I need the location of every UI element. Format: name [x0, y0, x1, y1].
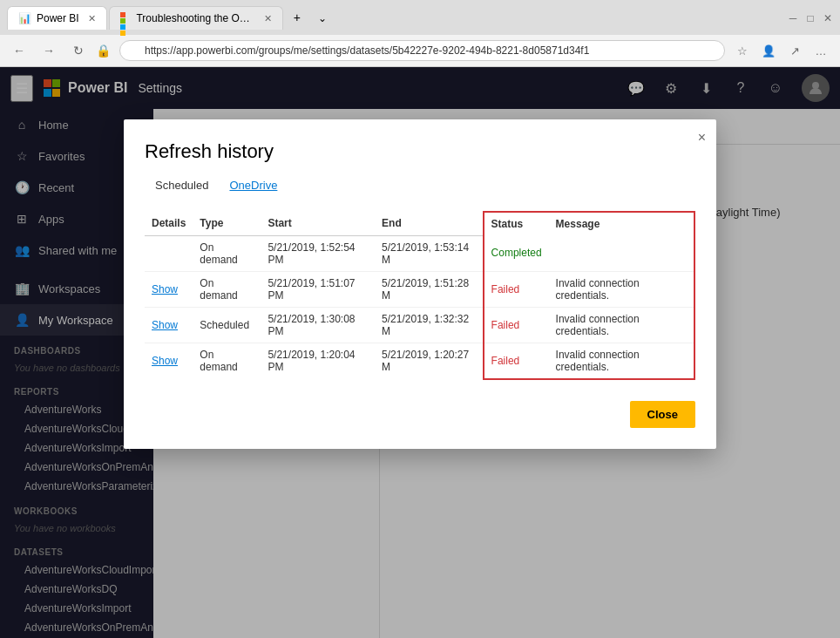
cell-message-0 [549, 235, 694, 271]
cell-start-1: 5/21/2019, 1:51:07 PM [261, 271, 375, 307]
browser-tab-1[interactable]: 📊 Power BI ✕ [7, 6, 107, 30]
cell-message-1: Invalid connection credentials. [549, 271, 694, 307]
tabs-dropdown[interactable]: ⌄ [311, 7, 334, 30]
table-row: Show On demand 5/21/2019, 1:20:04 PM 5/2… [145, 343, 694, 379]
browser-addressbar: ← → ↻ 🔒 ☆ 👤 ↗ … [0, 35, 840, 66]
cell-status-1: Failed [484, 271, 549, 307]
window-controls: ─ □ ✕ [788, 12, 833, 23]
forward-button[interactable]: → [37, 38, 61, 63]
table-row: Show On demand 5/21/2019, 1:51:07 PM 5/2… [145, 271, 694, 307]
maximize-button[interactable]: □ [805, 12, 816, 23]
cell-start-2: 5/21/2019, 1:30:08 PM [261, 307, 375, 343]
tab2-close[interactable]: ✕ [264, 13, 272, 24]
cell-status-3: Failed [484, 343, 549, 379]
cell-type-0: On demand [193, 235, 261, 271]
tab2-favicon [120, 12, 132, 24]
modal-overlay: Refresh history × Scheduled OneDrive Det… [0, 67, 840, 638]
browser-chrome: 📊 Power BI ✕ Troubleshooting the On-pr..… [0, 0, 840, 67]
col-type: Type [193, 212, 261, 235]
more-button[interactable]: … [809, 38, 833, 63]
modal-tabs: Scheduled OneDrive [145, 173, 695, 197]
col-start: Start [261, 212, 375, 235]
cell-end-3: 5/21/2019, 1:20:27 M [375, 343, 483, 379]
minimize-button[interactable]: ─ [788, 12, 798, 23]
browser-titlebar: 📊 Power BI ✕ Troubleshooting the On-pr..… [0, 0, 840, 35]
col-status: Status [484, 212, 549, 235]
close-modal-button[interactable]: Close [630, 401, 695, 428]
table-row: On demand 5/21/2019, 1:52:54 PM 5/21/201… [145, 235, 694, 271]
cell-end-0: 5/21/2019, 1:53:14 M [375, 235, 483, 271]
cell-end-1: 5/21/2019, 1:51:28 M [375, 271, 483, 307]
history-table: Details Type Start End Status Message On… [145, 211, 695, 380]
browser-tab-2[interactable]: Troubleshooting the On-pr... ✕ [109, 6, 283, 30]
address-input[interactable] [119, 40, 725, 61]
cell-message-3: Invalid connection credentials. [549, 343, 694, 379]
cell-type-1: On demand [193, 271, 261, 307]
refresh-history-modal: Refresh history × Scheduled OneDrive Det… [124, 119, 716, 449]
cell-details-1[interactable]: Show [145, 271, 193, 307]
app-container: ☰ Power BI Settings 💬 ⚙ ⬇ ? ☺ ⌂ [0, 67, 840, 638]
share-button[interactable]: ↗ [782, 38, 807, 63]
modal-footer: Close [145, 401, 695, 428]
col-details: Details [145, 212, 193, 235]
tab2-title: Troubleshooting the On-pr... [136, 12, 254, 24]
cell-status-0: Completed [484, 235, 549, 271]
status-failed-badge-1: Failed [491, 283, 520, 295]
cell-details-2[interactable]: Show [145, 307, 193, 343]
cell-type-2: Scheduled [193, 307, 261, 343]
modal-tab-onedrive[interactable]: OneDrive [219, 173, 288, 197]
lock-icon: 🔒 [96, 44, 111, 58]
refresh-button[interactable]: ↻ [66, 38, 91, 63]
cell-type-3: On demand [193, 343, 261, 379]
status-failed-badge-2: Failed [491, 319, 520, 331]
cell-status-2: Failed [484, 307, 549, 343]
browser-actions: ☆ 👤 ↗ … [730, 38, 833, 63]
modal-close-button[interactable]: × [698, 130, 706, 146]
show-link-3[interactable]: Show [152, 355, 178, 367]
browser-tabs: 📊 Power BI ✕ Troubleshooting the On-pr..… [7, 5, 334, 30]
cell-details-3[interactable]: Show [145, 343, 193, 379]
tab1-close[interactable]: ✕ [88, 13, 96, 24]
status-failed-badge-3: Failed [491, 355, 520, 367]
cell-details-0 [145, 235, 193, 271]
modal-title: Refresh history [145, 140, 695, 163]
show-link-2[interactable]: Show [152, 319, 178, 331]
profile-button[interactable]: 👤 [756, 38, 781, 63]
col-message: Message [549, 212, 694, 235]
back-button[interactable]: ← [7, 38, 31, 63]
show-link-1[interactable]: Show [152, 283, 178, 295]
bookmark-button[interactable]: ☆ [730, 38, 755, 63]
table-row: Show Scheduled 5/21/2019, 1:30:08 PM 5/2… [145, 307, 694, 343]
status-completed-badge: Completed [491, 247, 542, 259]
table-header: Details Type Start End Status Message [145, 212, 694, 235]
new-tab-button[interactable]: + [285, 5, 309, 30]
cell-start-0: 5/21/2019, 1:52:54 PM [261, 235, 375, 271]
cell-end-2: 5/21/2019, 1:32:32 M [375, 307, 483, 343]
modal-tab-scheduled[interactable]: Scheduled [145, 173, 219, 197]
col-end: End [375, 212, 483, 235]
close-window-button[interactable]: ✕ [823, 12, 833, 23]
cell-start-3: 5/21/2019, 1:20:04 PM [261, 343, 375, 379]
tab1-favicon: 📊 [18, 12, 31, 24]
tab1-title: Power BI [37, 12, 79, 24]
table-body: On demand 5/21/2019, 1:52:54 PM 5/21/201… [145, 235, 694, 379]
cell-message-2: Invalid connection credentials. [549, 307, 694, 343]
